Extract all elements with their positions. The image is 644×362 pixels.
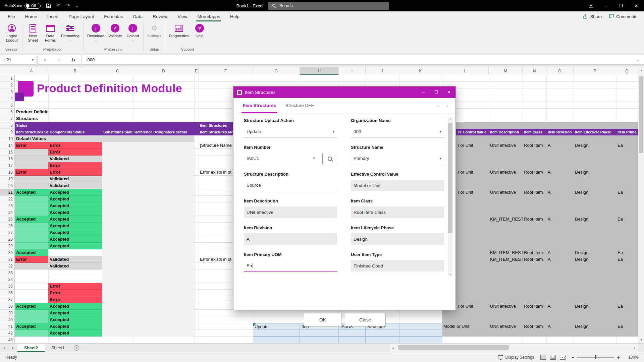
scroll-right-icon[interactable]: ►	[631, 344, 638, 352]
ribbon-tab-file[interactable]: File	[3, 11, 20, 21]
row-header-31[interactable]: 31	[0, 256, 15, 263]
cell-A38[interactable]: Accepted	[15, 303, 48, 310]
cell-B17[interactable]: Error	[48, 162, 102, 169]
cell-B27[interactable]: Accepted	[48, 229, 102, 236]
formula-input[interactable]: '000 ⌄	[82, 55, 644, 65]
cell-B26[interactable]: Accepted	[48, 223, 102, 229]
cell-J42[interactable]	[366, 330, 399, 337]
cell-N25[interactable]: Root Item	[523, 216, 546, 223]
cell-O30[interactable]: A	[546, 249, 574, 256]
dialog-tab-item-structures[interactable]: Item Structures	[238, 98, 281, 113]
page-break-view-icon[interactable]	[560, 355, 566, 360]
row-header-37[interactable]: 37	[0, 296, 15, 303]
validate-button[interactable]: ✓Validate	[106, 22, 124, 38]
cell-K43[interactable]	[399, 337, 442, 343]
formatting-button[interactable]: Formatting⌄	[59, 22, 82, 42]
zoom-out-icon[interactable]: −	[572, 355, 574, 360]
cell-Q9[interactable]: Item Prima	[616, 129, 638, 135]
cell-P18[interactable]: Design	[574, 169, 616, 176]
cell-O9[interactable]: Item Revision*	[546, 129, 574, 135]
page-layout-view-icon[interactable]	[550, 355, 556, 360]
column-header-c[interactable]: C	[102, 67, 133, 75]
help-button[interactable]: ?Help	[191, 22, 208, 38]
ribbon-tab-review[interactable]: Review	[148, 11, 172, 21]
cell-A25[interactable]: Accepted	[15, 216, 48, 223]
cell-Q38[interactable]: Ea	[616, 303, 638, 310]
row-header-25[interactable]: 25	[0, 216, 15, 223]
field-control-structure-description[interactable]: Source	[244, 180, 337, 191]
dialog-close-button[interactable]: Close	[345, 313, 386, 326]
row-header-30[interactable]: 30	[0, 249, 15, 256]
row-header-27[interactable]: 27	[0, 229, 15, 236]
cell-A9[interactable]: Item Structures Status	[15, 129, 48, 135]
normal-view-icon[interactable]	[540, 355, 546, 360]
dialog-tab-structure-dff[interactable]: Structure DFF	[281, 98, 319, 113]
row-header-36[interactable]: 36	[0, 290, 15, 296]
field-control-structure-name[interactable]: Primary▾	[351, 153, 444, 164]
cell-L41[interactable]: Model or Unit	[442, 323, 489, 330]
cell-N31[interactable]: Root Item	[523, 256, 546, 263]
row-header-20[interactable]: 20	[0, 182, 15, 189]
cell-G43[interactable]	[253, 337, 300, 343]
cell-N41[interactable]: Root Item	[523, 323, 546, 330]
cell-A10[interactable]: Default Values	[15, 135, 48, 142]
ok-button[interactable]: OK	[304, 313, 341, 326]
cell-Q31[interactable]: Ea	[616, 256, 638, 263]
cell-P21[interactable]: Design	[574, 189, 616, 196]
ribbon-tab-data[interactable]: Data	[128, 11, 148, 21]
dialog-maximize-icon[interactable]: ❐	[430, 86, 443, 98]
insert-function-icon[interactable]: fx	[72, 57, 76, 63]
cell-A22[interactable]	[15, 196, 48, 202]
cell-N21[interactable]: Root Item	[523, 189, 546, 196]
row-header-9[interactable]: 9	[0, 129, 15, 135]
cell-A20[interactable]	[15, 182, 48, 189]
row-header-7[interactable]: 7	[0, 115, 15, 122]
field-control-structure-upload-action[interactable]: Update▾	[244, 126, 337, 137]
cell-P41[interactable]: Design	[574, 323, 616, 330]
column-header-m[interactable]: M	[489, 67, 523, 75]
column-header-g[interactable]: G	[253, 67, 300, 75]
data-forms-button[interactable]: DataForms	[42, 22, 59, 43]
cell-P30[interactable]: Design	[574, 249, 616, 256]
cell-A16[interactable]	[15, 156, 48, 162]
cell-Q25[interactable]: Ea	[616, 216, 638, 223]
login-logout-button[interactable]: Login/Logout	[3, 22, 20, 43]
cell-A7[interactable]: Structures	[15, 115, 48, 122]
redo-icon[interactable]: ↷	[66, 0, 70, 11]
row-header-23[interactable]: 23	[0, 202, 15, 209]
column-header-n[interactable]: N	[523, 67, 546, 75]
cell-A15[interactable]	[15, 149, 48, 156]
minimize-button[interactable]: ─	[598, 0, 613, 11]
row-header-28[interactable]: 28	[0, 236, 15, 243]
column-header-o[interactable]: O	[546, 67, 574, 75]
cell-N14[interactable]: Root Item	[523, 142, 546, 149]
tab-next-icon[interactable]: ›	[446, 102, 448, 109]
cell-B36[interactable]: Error	[48, 290, 102, 296]
download-button[interactable]: ↓Download⌄	[85, 22, 106, 42]
horizontal-scrollbar[interactable]: ◄ ►	[389, 343, 638, 352]
cell-H42[interactable]	[300, 330, 339, 337]
name-box-chevron-icon[interactable]: ▾	[32, 58, 34, 62]
cell-M14[interactable]: UNit effective	[489, 142, 523, 149]
cell-Q21[interactable]: Ea	[616, 189, 638, 196]
cell-Q30[interactable]: Ea	[616, 249, 638, 256]
cell-H43[interactable]	[300, 337, 339, 343]
ribbon-tab-insert[interactable]: Insert	[42, 11, 64, 21]
cell-A41[interactable]: Accepted	[15, 323, 48, 330]
column-header-d[interactable]: D	[133, 67, 194, 75]
cell-B38[interactable]: Accepted	[48, 303, 102, 310]
column-header-j[interactable]: J	[366, 67, 399, 75]
share-button[interactable]: Share	[583, 14, 602, 19]
cell-P14[interactable]: Design	[574, 142, 616, 149]
cell-B19[interactable]: Validated	[48, 176, 102, 182]
column-header-k[interactable]: K	[399, 67, 442, 75]
cell-M31[interactable]: KM_ITEM_REST:	[489, 256, 523, 263]
column-header-f[interactable]: F	[199, 67, 253, 75]
cell-O18[interactable]: A	[546, 169, 574, 176]
vertical-scrollbar[interactable]: ▲ ▼	[638, 67, 644, 343]
cell-B29[interactable]: Accepted	[48, 243, 102, 249]
new-sheet-button[interactable]: NewSheet	[24, 22, 42, 43]
column-header-q[interactable]: Q	[616, 67, 638, 75]
cell-P9[interactable]: Item Lifecycle Phase*	[574, 129, 616, 135]
cell-A26[interactable]	[15, 223, 48, 229]
